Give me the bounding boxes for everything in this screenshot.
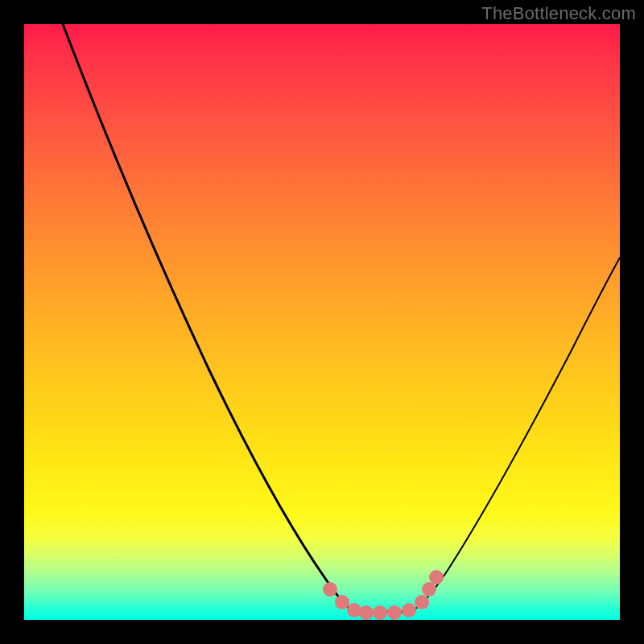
marker-dot <box>373 605 387 620</box>
valley-markers <box>323 570 444 620</box>
curve-right-path <box>411 258 620 612</box>
marker-dot <box>422 582 436 597</box>
marker-dot <box>323 582 337 597</box>
chart-frame: TheBottleneck.com <box>0 0 644 644</box>
plot-area <box>24 24 620 620</box>
marker-dot <box>347 603 361 617</box>
watermark-text: TheBottleneck.com <box>481 3 636 24</box>
marker-dot <box>402 603 416 617</box>
curve-left-path <box>63 24 354 612</box>
curve-layer <box>24 24 620 620</box>
marker-dot <box>335 595 349 609</box>
marker-dot <box>359 605 374 620</box>
marker-dot <box>429 570 444 584</box>
marker-dot <box>415 595 429 609</box>
marker-dot <box>387 605 402 620</box>
